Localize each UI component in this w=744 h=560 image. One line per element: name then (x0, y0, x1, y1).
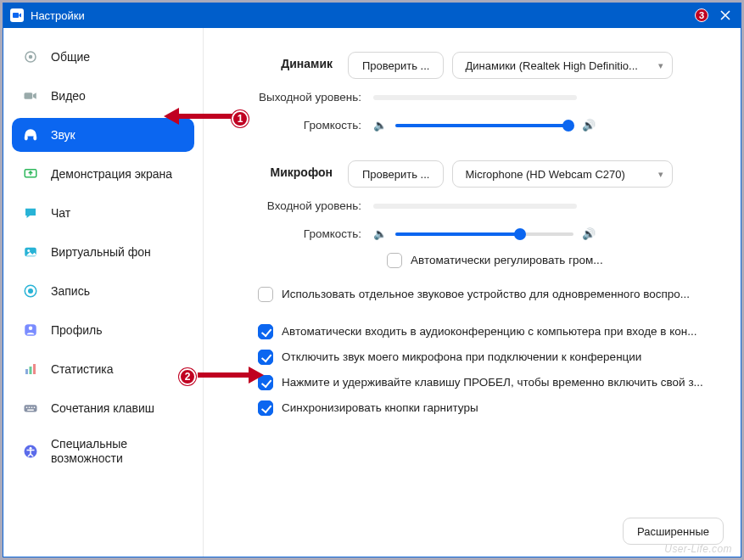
record-icon (20, 281, 41, 301)
speaker-heading: Динамик (204, 52, 348, 79)
output-level-meter (373, 95, 577, 100)
svg-rect-17 (26, 407, 28, 409)
svg-rect-4 (25, 136, 27, 140)
sidebar-item-label: Профиль (51, 323, 102, 338)
sidebar-item-shortcuts[interactable]: Сочетания клавиш (12, 391, 194, 425)
close-icon (720, 10, 730, 20)
app-icon (10, 8, 24, 22)
advanced-button[interactable]: Расширенные (623, 518, 724, 545)
svg-point-23 (30, 447, 32, 450)
test-speaker-button[interactable]: Проверить ... (348, 52, 444, 79)
microphone-heading: Микрофон (204, 160, 348, 188)
speaker-device-select[interactable]: Динамики (Realtek High Definitio... ▾ (452, 52, 673, 79)
sidebar-item-label: Специальные возможности (51, 437, 186, 466)
chevron-down-icon: ▾ (658, 169, 663, 180)
separate-device-checkbox[interactable] (258, 287, 273, 302)
annotation-2: 2 (179, 368, 196, 385)
auto-adjust-volume-label: Автоматически регулировать гром... (411, 252, 631, 269)
body: Общие Видео Звук Демонстрация экрана Чат… (3, 28, 741, 557)
svg-rect-0 (13, 13, 19, 18)
svg-rect-15 (33, 364, 36, 374)
speaker-volume-slider[interactable] (395, 124, 573, 127)
volume-high-icon: 🔊 (582, 119, 596, 132)
chevron-down-icon: ▾ (658, 60, 663, 71)
separate-device-label: Использовать отдельное звуковое устройст… (282, 286, 706, 303)
svg-rect-18 (29, 407, 31, 409)
svg-rect-3 (25, 92, 33, 99)
sidebar-item-recording[interactable]: Запись (12, 274, 194, 308)
mute-on-join-checkbox[interactable] (258, 350, 273, 365)
close-button[interactable] (715, 5, 736, 25)
auto-join-audio-label: Автоматически входить в аудиоконференцию… (282, 323, 706, 340)
sidebar-item-general[interactable]: Общие (12, 40, 194, 74)
annotation-1-arrow (164, 111, 233, 121)
sidebar-item-virtual-bg[interactable]: Виртуальный фон (12, 235, 194, 269)
microphone-volume-label: Громкость: (204, 227, 373, 240)
sidebar-item-statistics[interactable]: Статистика (12, 352, 194, 386)
svg-point-10 (28, 288, 33, 294)
microphone-device-value: Microphone (HD Webcam C270) (465, 168, 624, 181)
volume-high-icon: 🔊 (582, 227, 596, 240)
volume-low-icon: 🔈 (373, 227, 387, 240)
gear-icon (20, 47, 41, 67)
test-microphone-button[interactable]: Проверить ... (348, 160, 444, 188)
sidebar-item-chat[interactable]: Чат (12, 196, 194, 230)
microphone-device-select[interactable]: Microphone (HD Webcam C270) ▾ (452, 160, 673, 188)
sidebar-item-profile[interactable]: Профиль (12, 313, 194, 347)
auto-join-audio-checkbox[interactable] (258, 324, 273, 339)
sync-headset-checkbox[interactable] (258, 400, 273, 416)
video-icon (20, 86, 41, 106)
keyboard-icon (20, 398, 41, 418)
svg-point-12 (29, 327, 33, 331)
titlebar: Настройки 3 (3, 3, 741, 28)
svg-rect-19 (31, 407, 33, 409)
svg-rect-20 (34, 407, 36, 409)
sidebar-item-label: Сочетания клавиш (51, 401, 154, 416)
window-title: Настройки (31, 9, 695, 22)
svg-point-8 (27, 249, 30, 252)
input-level-meter (373, 204, 577, 209)
sync-headset-label: Синхронизировать кнопки гарнитуры (282, 400, 706, 417)
watermark: User-Life.com (664, 543, 732, 555)
sidebar-item-label: Виртуальный фон (51, 245, 151, 260)
sidebar-item-label: Статистика (51, 362, 114, 377)
sidebar-item-accessibility[interactable]: Специальные возможности (12, 430, 194, 473)
microphone-volume-slider[interactable] (395, 232, 573, 236)
headphones-icon (20, 125, 41, 145)
audio-settings-panel: Динамик Проверить ... Динамики (Realtek … (204, 28, 741, 557)
accessibility-icon (20, 441, 41, 462)
mute-on-join-label: Отключить звук моего микрофона при подкл… (282, 349, 706, 366)
output-level-label: Выходной уровень: (204, 91, 373, 104)
sidebar-item-label: Общие (51, 50, 90, 64)
annotation-2-arrow (198, 370, 264, 380)
titlebar-annotation-3: 3 (695, 8, 708, 22)
profile-icon (20, 320, 41, 340)
svg-rect-21 (27, 410, 34, 412)
input-level-label: Входной уровень: (204, 199, 373, 212)
sidebar-item-label: Звук (51, 128, 76, 143)
svg-rect-5 (34, 136, 36, 140)
svg-rect-16 (25, 405, 37, 412)
svg-point-2 (29, 55, 33, 59)
push-to-talk-label: Нажмите и удерживайте клавишу ПРОБЕЛ, чт… (282, 374, 706, 391)
sidebar-item-label: Запись (51, 284, 90, 299)
settings-window: Настройки 3 Общие Видео Звук Демонстраци… (3, 3, 741, 557)
chart-icon (20, 359, 41, 379)
auto-adjust-volume-checkbox[interactable] (387, 253, 402, 268)
sidebar-item-label: Демонстрация экрана (51, 167, 172, 182)
sidebar-item-label: Чат (51, 206, 70, 221)
annotation-1: 1 (232, 110, 249, 127)
image-icon (20, 242, 41, 262)
chat-icon (20, 203, 41, 223)
sidebar-item-label: Видео (51, 89, 86, 104)
svg-rect-14 (30, 367, 32, 374)
svg-rect-13 (25, 369, 28, 374)
speaker-device-value: Динамики (Realtek High Definitio... (465, 59, 637, 72)
volume-low-icon: 🔈 (373, 119, 387, 132)
sidebar-item-share-screen[interactable]: Демонстрация экрана (12, 157, 194, 191)
share-screen-icon (20, 164, 41, 184)
